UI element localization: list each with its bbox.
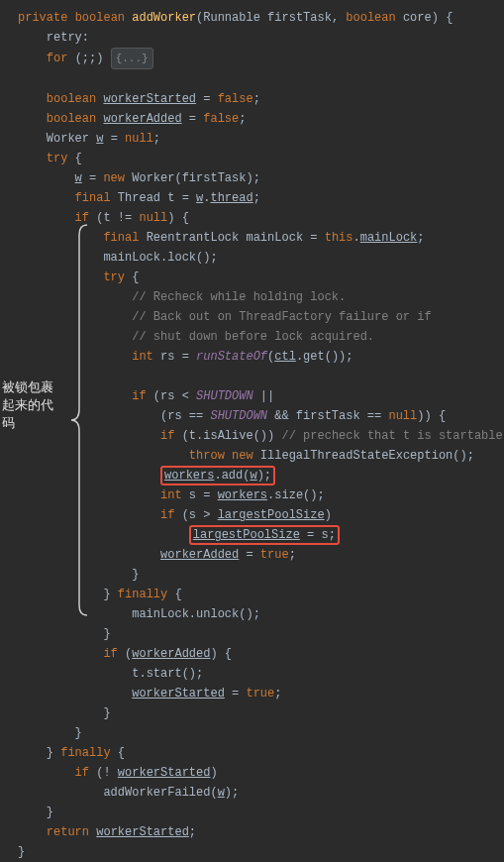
kw-try1: try [47, 152, 68, 165]
kw-for: for [47, 52, 68, 65]
ref-workerStarted3: workerStarted [96, 825, 189, 839]
kw-int1: int [132, 350, 153, 364]
kw-int2: int [160, 488, 182, 502]
kw-boolean3: boolean [47, 92, 96, 106]
kw-true2: true [246, 687, 274, 700]
kw-if3: if [160, 429, 174, 443]
kw-finally2: finally [60, 746, 110, 760]
ref-workers: workers [164, 469, 214, 483]
kw-new2: new [232, 449, 253, 463]
brace-bracket [69, 223, 89, 617]
kw-final1: final [75, 191, 111, 205]
kw-try2: try [103, 270, 125, 284]
ref-ctl: ctl [274, 350, 296, 364]
kw-boolean2: boolean [346, 11, 395, 25]
ref-w4: w [218, 786, 225, 800]
fn-addWorker: addWorker [132, 11, 196, 25]
call-lock: lock(); [167, 251, 217, 265]
call-unlock: unlock(); [196, 607, 260, 621]
ref-workerStarted2: workerStarted [118, 766, 211, 780]
type-Thread: Thread [118, 191, 160, 205]
ctor-IllegalThreadStateException: IllegalThreadStateException(); [260, 449, 474, 463]
var-mainLock: mainLock [246, 231, 303, 245]
comment-4: // precheck that t is startable [281, 429, 502, 443]
arg-firstTask: firstTask [182, 171, 247, 185]
var-workerStarted: workerStarted [103, 92, 196, 106]
ref-largestPoolSize2: largestPoolSize [193, 528, 300, 542]
ref-workers2: workers [218, 488, 267, 502]
kw-new1: new [103, 171, 125, 185]
kw-if5: if [103, 647, 117, 661]
comment-2: // Back out on ThreadFactory failure or … [132, 310, 431, 324]
call-add: add [222, 469, 244, 483]
type-Worker: Worker [47, 132, 89, 146]
call-addWorkerFailed: addWorkerFailed [103, 786, 210, 800]
highlight-largestPoolSize: largestPoolSize = s; [189, 525, 340, 545]
ctor-Worker: Worker [132, 171, 174, 185]
kw-boolean4: boolean [47, 112, 96, 126]
type-ReentrantLock: ReentrantLock [147, 231, 240, 245]
comment-1: // Recheck while holding lock. [132, 290, 346, 304]
ref-w3: w [250, 469, 256, 483]
comment-3: // shut down before lock acquired. [132, 330, 374, 344]
field-thread: thread [210, 191, 252, 205]
var-workerAdded: workerAdded [103, 112, 181, 126]
type-Runnable: Runnable [203, 11, 260, 25]
kw-if4: if [160, 508, 174, 522]
kw-true1: true [260, 548, 289, 562]
kw-finally1: finally [118, 588, 167, 601]
kw-if6: if [75, 766, 89, 780]
kw-private: private [18, 11, 67, 25]
param-core: core [403, 11, 432, 25]
call-start: start(); [147, 667, 204, 681]
kw-boolean: boolean [75, 11, 125, 25]
kw-null1: null [125, 132, 153, 146]
label-retry: retry: [47, 31, 89, 45]
kw-null2: null [139, 211, 167, 225]
kw-return: return [47, 825, 89, 839]
fold-icon[interactable]: {...} [111, 48, 153, 69]
call-runStateOf: runStateOf [196, 350, 267, 364]
kw-throw: throw [189, 449, 225, 463]
var-w: w [96, 132, 103, 146]
kw-this: this [325, 231, 353, 245]
call-get: get() [303, 350, 339, 364]
highlight-workers-add: workers.add(w); [160, 466, 275, 485]
ref-largestPoolSize: largestPoolSize [218, 508, 325, 522]
field-mainLock: mainLock [360, 231, 418, 245]
kw-if2: if [132, 389, 146, 403]
call-isAlive: isAlive() [203, 429, 267, 443]
kw-false1: false [218, 92, 253, 106]
const-SHUTDOWN1: SHUTDOWN [196, 389, 253, 403]
call-size: size(); [274, 488, 324, 502]
kw-false2: false [203, 112, 239, 126]
const-SHUTDOWN2: SHUTDOWN [210, 409, 267, 423]
kw-final2: final [103, 231, 139, 245]
ref-w: w [75, 171, 82, 185]
param-firstTask: firstTask [267, 11, 332, 25]
annotation-label: 被锁包裹起来的代码 [2, 378, 57, 432]
ref-workerAdded2: workerAdded [132, 647, 210, 661]
ref-workerStarted: workerStarted [132, 687, 225, 700]
for-head: (;;) [75, 52, 104, 65]
ref-workerAdded: workerAdded [160, 548, 239, 562]
ref-w2: w [196, 191, 203, 205]
kw-null3: null [388, 409, 417, 423]
